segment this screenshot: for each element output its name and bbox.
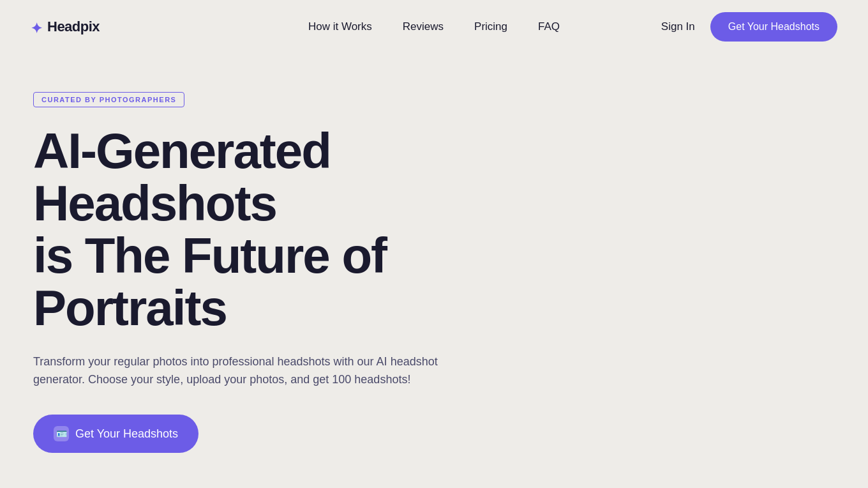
hero-title: AI-Generated Headshots is The Future of … — [33, 125, 541, 335]
hero-title-line1: AI-Generated Headshots — [33, 123, 331, 231]
hero-cta-label: Get Your Headshots — [75, 427, 178, 441]
nav-faq[interactable]: FAQ — [538, 20, 560, 33]
logo-link[interactable]: ✦ Headpix — [31, 19, 100, 35]
nav-how-it-works[interactable]: How it Works — [308, 20, 372, 33]
hero-badge: CURATED BY PHOTOGRAPHERS — [33, 92, 184, 107]
hero-title-line2: is The Future of Portraits — [33, 227, 386, 336]
nav-pricing[interactable]: Pricing — [474, 20, 507, 33]
navbar: ✦ Headpix How it Works Reviews Pricing F… — [0, 0, 868, 54]
nav-cta-button[interactable]: Get Your Headshots — [710, 12, 837, 42]
logo-text: Headpix — [47, 19, 100, 35]
nav-reviews[interactable]: Reviews — [403, 20, 444, 33]
nav-links: How it Works Reviews Pricing FAQ — [308, 20, 560, 33]
nav-right: Sign In Get Your Headshots — [661, 12, 837, 42]
logo-icon: ✦ — [31, 20, 43, 33]
hero-subtitle: Transform your regular photos into profe… — [33, 353, 480, 390]
hero-cta-button[interactable]: 🪪 Get Your Headshots — [33, 415, 198, 453]
sign-in-link[interactable]: Sign In — [661, 20, 695, 33]
cta-icon: 🪪 — [54, 426, 69, 441]
hero-section: CURATED BY PHOTOGRAPHERS AI-Generated He… — [0, 54, 868, 478]
